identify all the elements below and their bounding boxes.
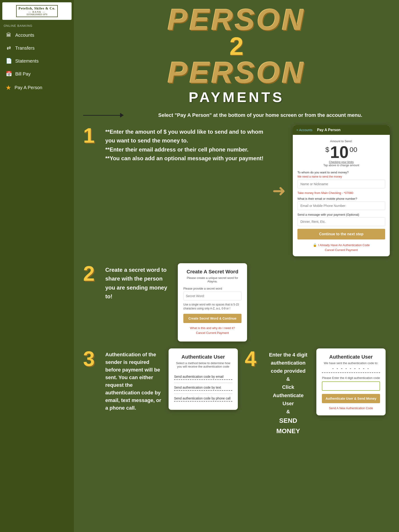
continue-button[interactable]: Continue to the next step — [298, 229, 385, 240]
phone-mockup-1: < Accounts Pay A Person Amount to Send: … — [293, 125, 390, 256]
statements-icon: 📄 — [6, 58, 12, 64]
section1-arrow: ➜ — [272, 181, 286, 200]
account-link[interactable]: Take money from Main Checking - *07080 — [298, 191, 385, 195]
secret-hint: Use a single word with no spaces that is… — [183, 303, 241, 310]
transfers-icon: ⇄ — [6, 45, 12, 51]
amount-display: $ 10 00 — [298, 144, 385, 160]
auth-option-phone[interactable]: Send authentication code by phone call — [174, 394, 232, 404]
step4-text: Enter the 4 digit authentication code pr… — [267, 348, 309, 437]
phone1-header: < Accounts Pay A Person — [293, 125, 390, 135]
auth4-sent-to: - - - - - - - - - — [322, 366, 380, 373]
step4-number: 4 — [245, 348, 263, 369]
sidebar-item-statements[interactable]: 📄 Statements — [2, 55, 72, 67]
cancel-payment-link[interactable]: Cancel Current Payment — [298, 248, 385, 252]
what-is-link[interactable]: What is this and why do I need it? — [183, 326, 241, 330]
accounts-label: Accounts — [15, 32, 34, 38]
step1-text: **Enter the amount of $ you would like t… — [105, 125, 265, 163]
create-secret-btn[interactable]: Create Secret Word & Continue — [183, 314, 241, 323]
sidebar-item-transfers[interactable]: ⇄ Transfers — [2, 42, 72, 54]
nav-arrow — [120, 113, 124, 118]
auth-subtitle: Select a method below to determine how y… — [174, 361, 232, 368]
auth4-code-label: Please Enter the 4 digit authentication … — [322, 376, 380, 380]
sidebar-item-bill-pay[interactable]: 📅 Bill Pay — [2, 68, 72, 80]
secret-title: Create A Secret Word — [183, 269, 241, 275]
hero-2: 2 — [229, 35, 243, 57]
secret-word-input[interactable] — [183, 292, 241, 300]
logo-line2: — BANK — — [19, 10, 55, 13]
phone1-body: Amount to Send: $ 10 00 Checking your li… — [293, 135, 390, 256]
new-code-link[interactable]: Send A New Authentication Code — [322, 406, 380, 410]
step2-text: Create a secret word to share with the p… — [105, 263, 171, 301]
logo-text: Petefish, Skiles & Co. — BANK — ESTABLIS… — [16, 5, 58, 17]
online-banking-label: ONLINE BANKING — [0, 22, 74, 28]
send-money-text: SEND MONEY — [276, 417, 300, 435]
secret-label: Please provide a secret word — [183, 287, 241, 290]
auth4-subtitle: We have sent the authentication code to: — [322, 361, 380, 365]
pay-person-star-icon: ★ — [6, 84, 11, 91]
auth-title: Authenticate User — [174, 354, 232, 360]
bank-logo: Petefish, Skiles & Co. — BANK — ESTABLIS… — [2, 2, 72, 20]
auth-user-mockup: Authenticate User Select a method below … — [169, 348, 238, 410]
amount-section: Amount to Send: $ 10 00 Checking your li… — [298, 139, 385, 167]
step1-number: 1 — [83, 125, 101, 146]
secret-subtitle: Please create a unique secret word for A… — [183, 276, 241, 283]
cancel-secret-link[interactable]: Cancel Current Payment — [183, 331, 241, 335]
statements-label: Statements — [15, 58, 38, 64]
auth-code-row: 🔒 I Already Have An Authentication Code — [298, 243, 385, 247]
pay-person-label: Pay A Person — [14, 85, 42, 90]
phone1-title: Pay A Person — [317, 128, 341, 132]
hero-section: PERSON 2 PERSON PAYMENTS — [74, 0, 399, 110]
amount-value: 10 — [330, 144, 349, 160]
secret-word-mockup: Create A Secret Word Please create a uni… — [178, 263, 247, 342]
auth-code-mockup: Authenticate User We have sent the authe… — [316, 348, 386, 415]
name-input[interactable] — [298, 180, 385, 188]
sidebar-item-pay-a-person[interactable]: ★ Pay A Person — [2, 81, 72, 95]
tap-change: Tap above to change amount — [298, 164, 385, 167]
sidebar-item-accounts[interactable]: 🏛 Accounts — [2, 29, 72, 41]
bill-pay-icon: 📅 — [6, 71, 12, 77]
accounts-icon: 🏛 — [6, 32, 12, 38]
hero-payments: PAYMENTS — [189, 89, 284, 105]
auth4-code-input[interactable] — [322, 381, 380, 391]
auth4-title: Authenticate User — [322, 354, 380, 360]
step3-number: 3 — [83, 348, 101, 369]
message-input[interactable] — [298, 217, 385, 226]
lock-icon: 🔒 — [313, 243, 317, 247]
sidebar: Petefish, Skiles & Co. — BANK — ESTABLIS… — [0, 0, 74, 532]
transfers-label: Transfers — [15, 45, 35, 51]
hero-person1: PERSON — [167, 5, 305, 35]
intro-text: Select "Pay A Person" at the bottom of y… — [131, 112, 390, 118]
checking-limits: Checking your limits — [298, 160, 385, 164]
phone1-back[interactable]: < Accounts — [297, 128, 312, 132]
amount-cents: 00 — [350, 146, 357, 153]
logo-line1: Petefish, Skiles & Co. — [19, 6, 55, 10]
to-whom-error: We need a name to send the money — [298, 175, 385, 178]
email-label: What is their email or mobile phone numb… — [298, 197, 385, 200]
to-whom-label: To whom do you want to send money? — [298, 171, 385, 174]
auth-option-text[interactable]: Send authentication code by text — [174, 383, 232, 394]
auth-option-email[interactable]: Send authentication code by email — [174, 372, 232, 383]
dollar-sign: $ — [325, 146, 329, 153]
logo-line3: ESTABLISHED 1870 — [19, 13, 55, 16]
auth4-submit-btn[interactable]: Authenticate User & Send Money — [322, 394, 380, 403]
bill-pay-label: Bill Pay — [15, 71, 31, 77]
message-label: Send a message with your payment (Option… — [298, 213, 385, 216]
auth-code-link[interactable]: I Already Have An Authentication Code — [318, 243, 370, 247]
hero-person2: PERSON — [167, 57, 305, 88]
step3-text: Authentication of the sender is required… — [105, 348, 162, 412]
email-input[interactable] — [298, 201, 385, 210]
step2-number: 2 — [83, 263, 101, 284]
amount-label: Amount to Send: — [298, 139, 385, 143]
